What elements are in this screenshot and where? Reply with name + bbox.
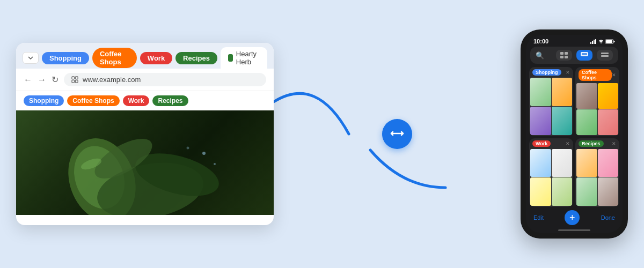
chevron-down-icon [27,55,34,61]
phone-tab-thumbnails-coffee [575,83,619,136]
done-button[interactable]: Done [601,214,615,221]
thumb[interactable] [530,78,551,106]
phone-bottom-bar: Edit + Done [526,207,623,229]
tab-groups-icon [71,76,78,83]
svg-rect-14 [590,42,591,44]
inline-tag-work[interactable]: Work [123,95,150,106]
status-time: 10:00 [533,38,548,44]
phone-tab-title-recipes: Recipes [579,140,604,147]
svg-rect-29 [601,55,609,57]
signal-icon [590,39,597,44]
phone-search-icon[interactable]: 🔍 [536,51,544,59]
svg-rect-1 [75,77,78,79]
transfer-icon[interactable] [382,119,412,149]
thumb[interactable] [552,149,573,177]
inline-tag-shopping[interactable]: Shopping [24,95,64,106]
phone-tab-group-recipes-header: Recipes ✕ [575,138,619,149]
phone-tab-group-recipes: Recipes ✕ [575,138,619,207]
phone-tab-thumbnails-recipes [575,149,619,207]
forward-button[interactable]: → [38,75,46,85]
phone-tab-close-work[interactable]: ✕ [566,141,570,146]
thumb[interactable] [598,83,619,109]
add-tab-button[interactable]: + [565,210,580,225]
tab-active-hearty[interactable]: Hearty Herb [221,47,267,69]
svg-rect-15 [592,41,593,44]
tab-work[interactable]: Work [140,52,172,64]
thumb[interactable] [598,109,619,135]
transfer-arrows-icon [390,126,405,142]
thumb[interactable] [576,177,597,206]
thumb[interactable] [552,177,573,206]
thumb[interactable] [576,109,597,135]
thumb[interactable] [598,177,619,206]
svg-rect-0 [72,77,75,79]
tab-shopping[interactable]: Shopping [42,52,89,64]
url-bar[interactable]: www.example.com [64,73,266,86]
thumb[interactable] [552,78,573,106]
browser-tag-row: Shopping Coffee Shops Work Recipes [16,91,274,110]
phone-tab-group-work: Work ✕ [529,138,573,207]
food-svg [16,110,274,215]
battery-icon [605,39,615,44]
svg-rect-28 [601,53,609,54]
inline-tag-recipes[interactable]: Recipes [152,95,188,106]
phone-status-bar: 10:00 [526,35,623,47]
back-button[interactable]: ← [24,75,32,85]
tab-active-label: Hearty Herb [236,50,260,66]
svg-rect-17 [595,39,596,44]
tab-recipes[interactable]: Recipes [175,52,217,64]
svg-point-18 [601,42,602,43]
browser-tab-bar: Shopping Coffee Shops Work Recipes Heart… [16,43,274,69]
thumb[interactable] [598,149,619,177]
phone-screen: 10:00 [526,35,623,233]
svg-point-12 [187,147,189,150]
status-icons [590,39,615,44]
phone-tab-group-work-header: Work ✕ [529,138,573,149]
edit-button[interactable]: Edit [533,214,544,221]
thumb[interactable] [530,107,551,135]
svg-rect-22 [560,52,564,55]
svg-rect-16 [594,40,595,44]
grid-icon [560,52,568,58]
wifi-icon [598,39,604,43]
svg-rect-2 [72,80,75,83]
reload-button[interactable]: ↻ [52,75,58,85]
thumb[interactable] [576,83,597,109]
phone-tab-group-shopping-header: Shopping ✕ [529,67,573,78]
phone-tab-title-shopping: Shopping [532,69,561,76]
phone-tab-close-coffee[interactable]: ✕ [612,72,616,78]
phone-tab-group-coffee: Coffee Shops ✕ [575,67,619,136]
browser-mockup: Shopping Coffee Shops Work Recipes Heart… [16,43,274,225]
home-indicator [558,229,590,231]
phone-tab-close-shopping[interactable]: ✕ [566,70,570,75]
tab-favicon [228,54,233,62]
thumb[interactable] [552,107,573,135]
phone-tool-btn-1[interactable] [556,50,572,61]
svg-rect-3 [75,80,78,83]
tab-dropdown[interactable] [23,52,39,64]
inline-tag-coffee[interactable]: Coffee Shops [67,95,119,106]
phone-tool-btn-3[interactable] [597,50,613,61]
phone-tab-thumbnails-shopping [529,78,573,136]
thumb[interactable] [576,149,597,177]
phone-tab-close-recipes[interactable]: ✕ [612,141,616,146]
thumb[interactable] [530,149,551,177]
tabs-icon [581,52,588,58]
thumb[interactable] [530,177,551,206]
list-icon [601,52,609,58]
phone-tab-group-shopping: Shopping ✕ [529,67,573,136]
svg-point-10 [202,152,206,155]
phone-tabs-grid: Shopping ✕ Coffee Shops ✕ [526,67,623,207]
phone-tool-btn-2[interactable] [576,50,592,61]
phone-toolbar: 🔍 [530,47,618,64]
svg-rect-27 [582,53,587,55]
svg-rect-25 [565,56,568,58]
svg-point-11 [214,163,216,165]
phone-mockup: 10:00 [521,29,628,239]
svg-rect-23 [565,52,568,55]
svg-rect-21 [606,40,612,43]
svg-rect-20 [614,41,615,42]
tab-coffee-shops[interactable]: Coffee Shops [92,48,137,68]
main-container: Shopping Coffee Shops Work Recipes Heart… [16,11,628,257]
food-image [16,110,274,215]
